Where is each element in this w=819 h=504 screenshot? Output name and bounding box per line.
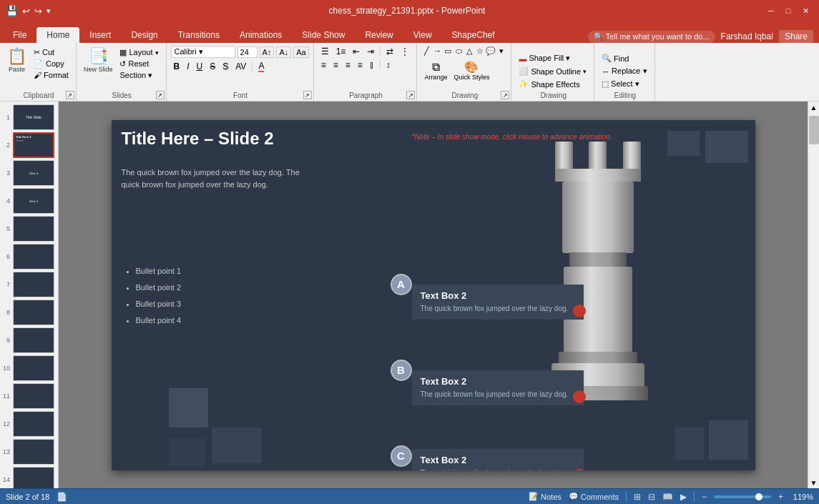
tab-view[interactable]: View — [403, 27, 442, 43]
slide-thumb-10[interactable]: 10 — [1, 355, 57, 381]
tab-slideshow[interactable]: Slide Show — [292, 27, 355, 43]
zoom-slider-thumb[interactable] — [755, 493, 762, 500]
select-button[interactable]: ⬚ Select ▾ — [599, 79, 649, 89]
zoom-in-btn[interactable]: + — [778, 492, 783, 502]
format-painter-button[interactable]: 🖌 Format — [31, 70, 72, 80]
tab-design[interactable]: Design — [121, 27, 167, 43]
shape-callout[interactable]: 💬 — [486, 46, 496, 56]
slide-thumb-4[interactable]: 4 Slide 4 — [1, 188, 57, 214]
notes-button[interactable]: 📝 Notes — [529, 492, 561, 501]
shape-arrow[interactable]: → — [432, 46, 442, 56]
close-button[interactable]: ✕ — [798, 3, 813, 19]
shape-triangle[interactable]: △ — [464, 46, 474, 56]
zoom-out-btn[interactable]: − — [702, 492, 707, 502]
shadow-button[interactable]: S — [220, 61, 231, 72]
minimize-button[interactable]: ─ — [763, 3, 779, 19]
slide-canvas[interactable]: Title Here – Slide 2 *Note – In slide sh… — [112, 120, 755, 470]
slide-thumb-13[interactable]: 13 — [1, 439, 57, 465]
scroll-thumb[interactable] — [809, 116, 819, 144]
align-right[interactable]: ≡ — [343, 59, 353, 71]
bold-button[interactable]: B — [171, 61, 183, 72]
slides-expand[interactable]: ↗ — [156, 91, 165, 99]
tab-file[interactable]: File — [3, 27, 36, 43]
section-button[interactable]: Section ▾ — [117, 70, 161, 81]
shape-more[interactable]: ▾ — [496, 46, 506, 56]
strikethrough-button[interactable]: S — [207, 61, 218, 72]
find-button[interactable]: 🔍 Find — [599, 53, 649, 64]
numbering-button[interactable]: 1≡ — [333, 46, 349, 57]
text-direction-button[interactable]: ⇄ — [383, 46, 396, 57]
align-left[interactable]: ≡ — [318, 59, 329, 71]
line-spacing[interactable]: ↕ — [383, 59, 393, 71]
font-name-dropdown[interactable]: Calibri ▾ — [171, 46, 235, 58]
font-size-increase[interactable]: A↑ — [260, 46, 275, 58]
slide-thumb-3[interactable]: 3 Slide 3 — [1, 160, 57, 186]
replace-button[interactable]: ↔ Replace ▾ — [599, 66, 649, 76]
arrange-button[interactable]: ⧉ Arrange — [421, 59, 450, 82]
save-icon[interactable]: 💾 — [6, 5, 18, 16]
shape-outline-button[interactable]: ⬜ Shape Outline ▾ — [516, 66, 589, 76]
font-size-input[interactable]: 24 — [237, 46, 258, 58]
slideshow-btn[interactable]: ▶ — [680, 492, 687, 502]
slide-thumb-2[interactable]: 2 Title Here 2 Content — [1, 132, 57, 158]
underline-button[interactable]: U — [194, 61, 206, 72]
italic-button[interactable]: I — [184, 61, 192, 72]
tab-animations[interactable]: Animations — [230, 27, 292, 43]
slide-thumb-6[interactable]: 6 — [1, 244, 57, 270]
justify[interactable]: ≡ — [355, 59, 366, 71]
maximize-button[interactable]: □ — [780, 3, 796, 19]
layout-button[interactable]: ▦ Layout ▾ — [117, 47, 161, 58]
copy-button[interactable]: 📄 Copy — [31, 59, 72, 69]
tab-review[interactable]: Review — [355, 27, 403, 43]
text-box-a[interactable]: Text Box 2 The quick brown fox jumped ov… — [412, 285, 584, 320]
clear-format-button[interactable]: Aa — [293, 46, 308, 58]
text-box-c[interactable]: Text Box 2 The quick brown fox jumped ov… — [412, 449, 584, 470]
redo-icon[interactable]: ↪ — [34, 6, 42, 16]
scroll-up-arrow[interactable]: ▲ — [808, 102, 820, 113]
slide-thumb-1[interactable]: 1 Title Slide — [1, 104, 57, 130]
paragraph-expand[interactable]: ↗ — [406, 91, 415, 99]
slide-thumb-12[interactable]: 12 — [1, 411, 57, 437]
indent-decrease[interactable]: ⇤ — [350, 46, 363, 57]
shape-rect[interactable]: ▭ — [443, 46, 453, 56]
slide-thumb-14[interactable]: 14 — [1, 467, 57, 488]
font-expand[interactable]: ↗ — [303, 91, 312, 99]
slide-sorter-btn[interactable]: ⊟ — [648, 492, 655, 502]
new-slide-button[interactable]: 📑 New Slide — [81, 46, 116, 74]
drawing-expand[interactable]: ↗ — [501, 91, 509, 99]
share-button[interactable]: Share — [779, 30, 813, 43]
convert-to-smartart[interactable]: ⋮ — [398, 46, 412, 57]
paste-button[interactable]: 📋 Paste — [4, 46, 29, 74]
reset-button[interactable]: ↺ Reset — [117, 59, 161, 69]
font-size-decrease[interactable]: A↓ — [276, 46, 291, 58]
tab-shapechef[interactable]: ShapeChef — [442, 27, 505, 43]
bullets-button[interactable]: ☰ — [318, 46, 332, 57]
shape-line[interactable]: ╱ — [421, 46, 431, 56]
quick-styles-button[interactable]: 🎨 Quick Styles — [451, 59, 492, 82]
zoom-slider-track[interactable] — [714, 495, 771, 498]
shape-fill-button[interactable]: ▬ Shape Fill ▾ — [516, 53, 589, 64]
tell-me-input[interactable]: 🔍 Tell me what you want to do... — [588, 31, 715, 43]
scroll-down-arrow[interactable]: ▼ — [808, 477, 820, 488]
outline-view-icon[interactable]: 📄 — [57, 492, 67, 502]
tab-transitions[interactable]: Transitions — [168, 27, 230, 43]
font-color-button[interactable]: A — [255, 60, 267, 73]
undo-icon[interactable]: ↩ — [22, 6, 30, 16]
slide-thumb-7[interactable]: 7 — [1, 272, 57, 297]
shape-oval[interactable]: ⬭ — [453, 46, 464, 56]
tab-home[interactable]: Home — [36, 27, 79, 43]
zoom-level[interactable]: 119% — [790, 493, 813, 501]
normal-view-btn[interactable]: ⊞ — [634, 492, 641, 502]
slide-thumb-5[interactable]: 5 — [1, 216, 57, 242]
reading-view-btn[interactable]: 📖 — [662, 492, 673, 502]
cut-button[interactable]: ✂ Cut — [31, 47, 72, 58]
slide-thumb-11[interactable]: 11 — [1, 383, 57, 409]
comments-button[interactable]: 💬 Comments — [569, 492, 619, 501]
shape-star[interactable]: ☆ — [475, 46, 485, 56]
columns-button[interactable]: ⫿ — [367, 59, 377, 71]
clipboard-expand[interactable]: ↗ — [66, 91, 74, 99]
slide-thumb-9[interactable]: 9 — [1, 327, 57, 353]
tab-insert[interactable]: Insert — [79, 27, 121, 43]
indent-increase[interactable]: ⇥ — [364, 46, 377, 57]
right-scrollbar[interactable]: ▲ ▼ — [808, 102, 819, 488]
